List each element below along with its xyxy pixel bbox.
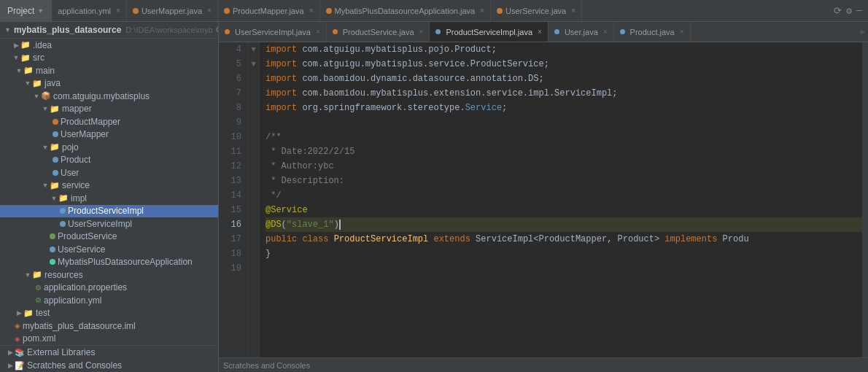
close-icon[interactable]: × bbox=[309, 7, 314, 15]
tab-application-yml[interactable]: application.yml × bbox=[52, 0, 127, 21]
code-line-active: @DS("slave_1") bbox=[266, 217, 862, 232]
code-text: com.baomidou.dynamic.datasource.annotati… bbox=[302, 71, 543, 86]
tab-label: ProductServiceImpl.java bbox=[446, 28, 532, 36]
arrow-icon: ▼ bbox=[41, 105, 50, 112]
sidebar-item-label: service bbox=[62, 180, 90, 190]
close-icon[interactable]: × bbox=[419, 28, 424, 36]
folder-icon: 📁 bbox=[20, 53, 31, 63]
sidebar-item-label: test bbox=[36, 308, 50, 318]
tab-userservice[interactable]: UserService.java × bbox=[491, 0, 582, 21]
close-icon[interactable]: × bbox=[316, 28, 320, 36]
folder-icon: 📁 bbox=[32, 270, 42, 279]
arrow-icon: ▼ bbox=[23, 80, 32, 87]
keyword: import bbox=[266, 57, 302, 71]
sidebar-item-external-libs[interactable]: ▶ 📚 External Libraries bbox=[0, 346, 218, 359]
sidebar-item-mybatisplusapp[interactable]: MybatisPlusDatasourceApplication bbox=[0, 256, 218, 269]
tab-userserviceimpl[interactable]: UserServiceImpl.java × bbox=[219, 22, 327, 42]
tab-product-java[interactable]: Product.java × bbox=[614, 22, 691, 42]
folder-icon: 📁 bbox=[50, 142, 60, 152]
tab-productservice[interactable]: ProductService.java × bbox=[327, 22, 430, 42]
close-icon[interactable]: × bbox=[603, 28, 608, 36]
tab-usermapper[interactable]: UserMapper.java × bbox=[127, 0, 218, 21]
sidebar-project-name: mybatis_plus_datasource bbox=[14, 25, 121, 35]
sidebar-item-app-properties[interactable]: ⚙ application.properties bbox=[0, 282, 218, 295]
class-icon bbox=[53, 131, 58, 137]
sidebar-item-idea[interactable]: ▶ 📁 .idea bbox=[0, 39, 218, 52]
sidebar-item-pom[interactable]: ◈ pom.xml bbox=[0, 333, 218, 346]
arrow-icon: ▶ bbox=[15, 309, 23, 317]
sidebar-item-productserviceimpl[interactable]: ProductServiceImpl bbox=[0, 205, 218, 218]
close-icon[interactable]: × bbox=[207, 7, 212, 15]
classname: ServiceImpl bbox=[476, 232, 533, 247]
sidebar-item-userserviceimpl[interactable]: UserServiceImpl bbox=[0, 217, 218, 230]
tab-user-java[interactable]: User.java × bbox=[549, 22, 614, 42]
sidebar-header: ▼ mybatis_plus_datasource D:\IDEA\worksp… bbox=[0, 22, 218, 39]
tab-label: UserServiceImpl.java bbox=[235, 28, 311, 36]
sidebar-item-src[interactable]: ▼ 📁 src bbox=[0, 52, 218, 65]
code-text: ) bbox=[334, 217, 339, 232]
close-icon[interactable]: × bbox=[480, 7, 484, 15]
line-num: 13 bbox=[225, 174, 241, 188]
tab-usermapper-label: UserMapper.java bbox=[142, 7, 202, 15]
sidebar-item-mapper[interactable]: ▼ 📁 mapper bbox=[0, 103, 218, 116]
file-icon: ⚙ bbox=[35, 284, 42, 292]
sidebar-item-service[interactable]: ▼ 📁 service bbox=[0, 179, 218, 193]
sidebar-item-user[interactable]: User bbox=[0, 166, 218, 179]
scrollbar-vertical[interactable] bbox=[862, 42, 868, 357]
sidebar-item-label: Scratches and Consoles bbox=[27, 360, 122, 371]
sidebar-item-mybatis-iml[interactable]: ◈ mybatis_plus_datasource.iml bbox=[0, 319, 218, 333]
sidebar-item-userservice[interactable]: UserService bbox=[0, 243, 218, 256]
close-icon[interactable]: × bbox=[538, 28, 542, 36]
sidebar-item-pojo[interactable]: ▼ 📁 pojo bbox=[0, 141, 218, 154]
tab-application-yml-label: application.yml bbox=[58, 7, 111, 15]
sidebar-item-main[interactable]: ▼ 📁 main bbox=[0, 64, 218, 77]
arrow-icon: ▼ bbox=[23, 271, 32, 279]
tab-mybatisplus-app[interactable]: MybatisPlusDatasourceApplication.java × bbox=[320, 0, 491, 21]
sidebar-item-test[interactable]: ▶ 📁 test bbox=[0, 307, 218, 320]
sidebar-item-productservice[interactable]: ProductService bbox=[0, 230, 218, 244]
scratches-label[interactable]: Scratches and Consoles bbox=[223, 361, 310, 370]
code-editor[interactable]: import com.atguigu.mybatisplus.pojo.Prod… bbox=[260, 42, 862, 357]
code-text: com.atguigu.mybatisplus.service.ProductS… bbox=[302, 57, 549, 71]
folder-icon: 📁 bbox=[50, 181, 60, 190]
minimize-icon[interactable]: — bbox=[856, 5, 862, 16]
sidebar-item-resources[interactable]: ▼ 📁 resources bbox=[0, 268, 218, 282]
sidebar-item-package[interactable]: ▼ 📦 com.atguigu.mybatisplus bbox=[0, 90, 218, 103]
tab-productserviceimpl[interactable]: ProductServiceImpl.java × bbox=[430, 22, 548, 42]
sidebar-item-java[interactable]: ▼ 📁 java bbox=[0, 77, 218, 90]
sidebar-item-label: resources bbox=[44, 270, 83, 280]
sidebar-item-scratches[interactable]: ▶ 📝 Scratches and Consoles bbox=[0, 359, 218, 372]
line-num: 15 bbox=[225, 203, 241, 217]
close-icon[interactable]: × bbox=[680, 28, 684, 36]
sidebar-item-label: application.yml bbox=[44, 295, 101, 306]
sync-icon[interactable]: ⟳ bbox=[834, 5, 842, 17]
tab-label: Product.java bbox=[630, 28, 675, 36]
comment: /** bbox=[266, 130, 282, 144]
project-tab[interactable]: Project ▼ bbox=[0, 0, 52, 21]
class-ref: Service bbox=[465, 101, 502, 115]
sidebar-item-label: ProductService bbox=[58, 231, 117, 241]
arrow-icon: ▼ bbox=[15, 67, 23, 74]
code-text: < bbox=[533, 232, 538, 247]
folder-icon: 📁 bbox=[23, 66, 34, 75]
app-icon bbox=[50, 259, 55, 265]
sidebar-item-label: main bbox=[36, 66, 55, 76]
sidebar-item-app-yml[interactable]: ⚙ application.yml bbox=[0, 294, 218, 307]
sidebar-item-product[interactable]: Product bbox=[0, 154, 218, 167]
sidebar-item-impl[interactable]: ▼ 📁 impl bbox=[0, 192, 218, 205]
close-icon[interactable]: × bbox=[116, 7, 120, 15]
classname: Product bbox=[618, 232, 654, 247]
editor-body[interactable]: 4 5 6 7 8 9 10 11 12 13 14 15 16 17 18 1… bbox=[219, 42, 868, 357]
line-num: 5 bbox=[225, 57, 241, 71]
settings-icon[interactable]: ⚙ bbox=[846, 5, 852, 17]
string-literal: "slave_1" bbox=[287, 217, 334, 232]
code-line: * Date:2022/2/15 bbox=[266, 144, 862, 159]
class-icon bbox=[60, 208, 66, 214]
sidebar-item-productmapper[interactable]: ProductMapper bbox=[0, 115, 218, 128]
keyword: import bbox=[266, 71, 302, 86]
sidebar-item-usermapper[interactable]: UserMapper bbox=[0, 128, 218, 142]
toolbar: ⟳ ⚙ — bbox=[834, 5, 868, 17]
tab-productmapper[interactable]: ProductMapper.java × bbox=[218, 0, 320, 21]
close-icon[interactable]: × bbox=[571, 7, 576, 15]
line-num: 11 bbox=[225, 144, 241, 159]
